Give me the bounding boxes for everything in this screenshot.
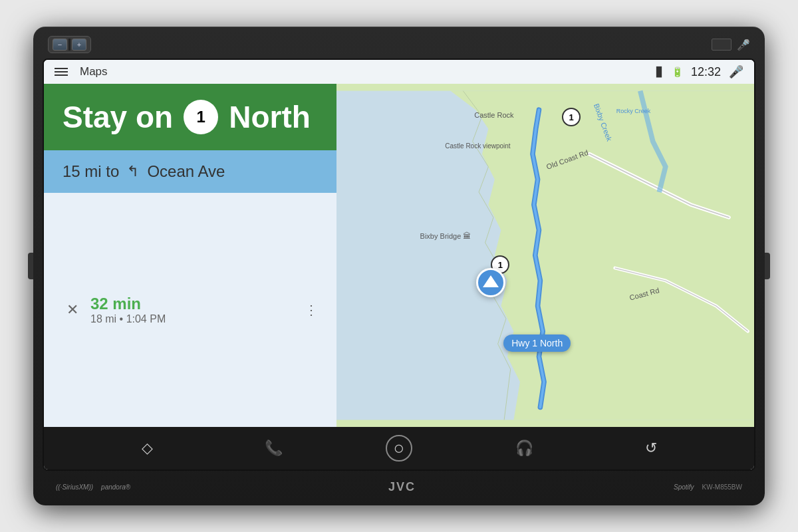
street-name: Ocean Ave xyxy=(147,162,225,181)
screen: Maps ▊ 🔋 12:32 🎤 Stay on 1 Nort xyxy=(44,60,754,469)
recent-button[interactable]: ↺ xyxy=(636,434,666,463)
map-svg xyxy=(336,84,754,427)
more-options-button[interactable]: ⋮ xyxy=(305,302,318,318)
nav-arrow xyxy=(476,268,505,297)
route-badge: 1 xyxy=(184,100,218,134)
home-button[interactable]: ○ xyxy=(386,435,412,462)
spotify-logo: Spotify xyxy=(674,483,694,491)
volume-minus-button[interactable]: − xyxy=(53,39,67,51)
eta-info: 32 min 18 mi • 1:04 PM xyxy=(90,295,297,325)
menu-button[interactable] xyxy=(55,68,68,76)
turn-arrow-icon: ↱ xyxy=(127,163,139,180)
brand-logos-right: Spotify KW-M855BW xyxy=(674,483,742,491)
siriusxm-logo: ((·SiriusXM)) xyxy=(56,483,93,491)
brand-logos-left: ((·SiriusXM)) pandora® xyxy=(56,483,130,491)
distance-to: 15 mi to xyxy=(63,162,119,181)
navigation-button[interactable]: ◇ xyxy=(132,434,162,463)
device-bottom-bar: ((·SiriusXM)) pandora® JVC Spotify KW-M8… xyxy=(43,475,755,499)
device-top-bar: − + 🎤 xyxy=(43,35,755,55)
pandora-logo: pandora® xyxy=(101,483,130,491)
nav-instruction: Stay on 1 North xyxy=(44,84,336,150)
map-area[interactable]: Castle Rock Castle Rock viewpoint Bixby … xyxy=(336,84,754,427)
eta-time: 32 min xyxy=(90,295,297,313)
instruction-suffix: North xyxy=(229,102,311,132)
eta-row: ✕ 32 min 18 mi • 1:04 PM ⋮ xyxy=(44,193,336,427)
nav-panel: Stay on 1 North 15 mi to ↱ Ocean Ave ✕ xyxy=(44,84,336,427)
castle-rock-label: Castle Rock xyxy=(474,111,513,119)
bottom-nav: ◇ 📞 ○ 🎧 ↺ xyxy=(44,427,754,469)
main-content: Stay on 1 North 15 mi to ↱ Ocean Ave ✕ xyxy=(44,84,754,427)
nav-distance-row: 15 mi to ↱ Ocean Ave xyxy=(44,150,336,193)
model-number: KW-M855BW xyxy=(702,483,742,491)
usb-slot xyxy=(712,39,732,51)
audio-button[interactable]: 🎧 xyxy=(509,434,539,463)
phone-button[interactable]: 📞 xyxy=(259,434,289,463)
volume-controls: − + xyxy=(48,36,91,53)
clock: 12:32 xyxy=(691,65,721,79)
jvc-logo: JVC xyxy=(388,480,416,494)
volume-plus-button[interactable]: + xyxy=(72,39,86,51)
voice-icon[interactable]: 🎤 xyxy=(729,65,743,79)
side-button-right[interactable] xyxy=(765,253,770,279)
battery-icon: 🔋 xyxy=(672,66,683,77)
top-right-controls: 🎤 xyxy=(712,38,750,51)
device-shell: − + 🎤 Maps ▊ 🔋 12:32 xyxy=(33,27,765,505)
app-title: Maps xyxy=(80,65,108,78)
side-button-left[interactable] xyxy=(28,253,33,279)
eta-details: 18 mi • 1:04 PM xyxy=(90,313,297,325)
status-bar: Maps ▊ 🔋 12:32 🎤 xyxy=(44,60,754,84)
instruction-prefix: Stay on xyxy=(63,102,173,132)
screen-container: Maps ▊ 🔋 12:32 🎤 Stay on 1 Nort xyxy=(43,59,755,471)
rocky-creek-label: Rocky Creek xyxy=(616,108,651,114)
cancel-navigation-button[interactable]: ✕ xyxy=(63,300,82,320)
signal-icon: ▊ xyxy=(656,66,664,77)
microphone-icon[interactable]: 🎤 xyxy=(737,38,750,51)
bixby-bridge-label: Bixby Bridge 🏛 xyxy=(420,231,471,241)
status-right: ▊ 🔋 12:32 🎤 xyxy=(656,65,743,79)
hwy-north-label: Hwy 1 North xyxy=(503,334,571,352)
castle-rock-viewpoint-label: Castle Rock viewpoint xyxy=(445,142,510,150)
vol-divider xyxy=(68,39,70,51)
